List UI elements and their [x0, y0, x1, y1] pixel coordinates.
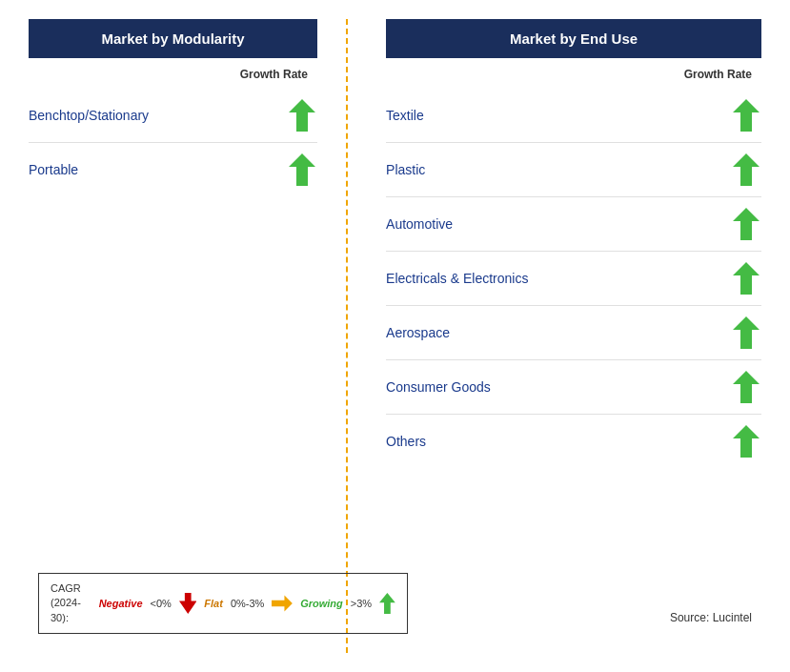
table-row: Portable [29, 143, 317, 196]
table-row: Benchtop/Stationary [29, 89, 317, 143]
row-label: Others [386, 434, 426, 449]
svg-marker-5 [733, 99, 760, 132]
green-up-arrow-icon [731, 153, 761, 187]
left-panel: Market by Modularity Growth Rate Benchto… [29, 19, 336, 653]
negative-label: Negative [99, 598, 143, 609]
legend-growing: Growing [300, 598, 343, 609]
row-label: Portable [29, 162, 78, 177]
row-label: Automotive [386, 216, 453, 232]
flat-value: 0%-3% [231, 598, 264, 609]
divider [346, 19, 348, 653]
red-down-arrow-icon [179, 591, 196, 616]
table-row: Textile [386, 89, 761, 143]
cagr-label: CAGR(2024-30): [51, 581, 91, 625]
source-text: Source: Lucintel [670, 611, 752, 624]
svg-marker-1 [289, 153, 315, 186]
table-row: Aerospace [386, 306, 761, 360]
row-label: Aerospace [386, 325, 450, 340]
right-rows: TextilePlasticAutomotiveElectricals & El… [386, 89, 761, 468]
table-row: Electricals & Electronics [386, 252, 761, 306]
table-row: Automotive [386, 197, 761, 252]
row-label: Textile [386, 108, 424, 123]
green-up-arrow-icon [287, 98, 317, 132]
green-up-arrow-icon [731, 370, 761, 404]
legend-negative: Negative [99, 598, 143, 609]
orange-right-arrow-icon [272, 594, 293, 613]
green-up-arrow-icon [731, 98, 761, 132]
svg-marker-0 [289, 99, 315, 132]
svg-marker-7 [733, 208, 760, 240]
left-panel-header: Market by Modularity [29, 19, 317, 58]
row-label: Electricals & Electronics [386, 271, 528, 286]
table-row: Plastic [386, 143, 761, 197]
row-label: Consumer Goods [386, 379, 491, 395]
svg-marker-11 [733, 425, 760, 458]
green-up-arrow-icon [731, 316, 761, 350]
flat-label: Flat [204, 598, 223, 609]
left-growth-label: Growth Rate [29, 68, 317, 81]
right-growth-label: Growth Rate [386, 68, 761, 81]
left-rows: Benchtop/StationaryPortable [29, 89, 317, 196]
growing-label: Growing [300, 598, 343, 609]
right-panel: Market by End Use Growth Rate TextilePla… [357, 19, 761, 653]
row-label: Benchtop/Stationary [29, 108, 149, 123]
green-up-arrow-icon [731, 207, 761, 241]
legend: CAGR(2024-30): Negative <0% Flat 0%-3% G… [38, 573, 408, 634]
row-label: Plastic [386, 162, 425, 177]
svg-marker-10 [733, 371, 760, 403]
table-row: Consumer Goods [386, 360, 761, 415]
svg-marker-2 [179, 593, 196, 614]
svg-marker-3 [272, 596, 293, 612]
svg-marker-9 [733, 316, 760, 349]
negative-value: <0% [151, 598, 172, 609]
green-up-arrow-icon [731, 424, 761, 458]
green-up-arrow-icon [287, 153, 317, 187]
right-panel-header: Market by End Use [386, 19, 761, 58]
svg-marker-6 [733, 153, 760, 186]
table-row: Others [386, 415, 761, 468]
green-up-arrow-icon [731, 261, 761, 295]
svg-marker-8 [733, 262, 760, 295]
legend-flat: Flat [204, 598, 223, 609]
